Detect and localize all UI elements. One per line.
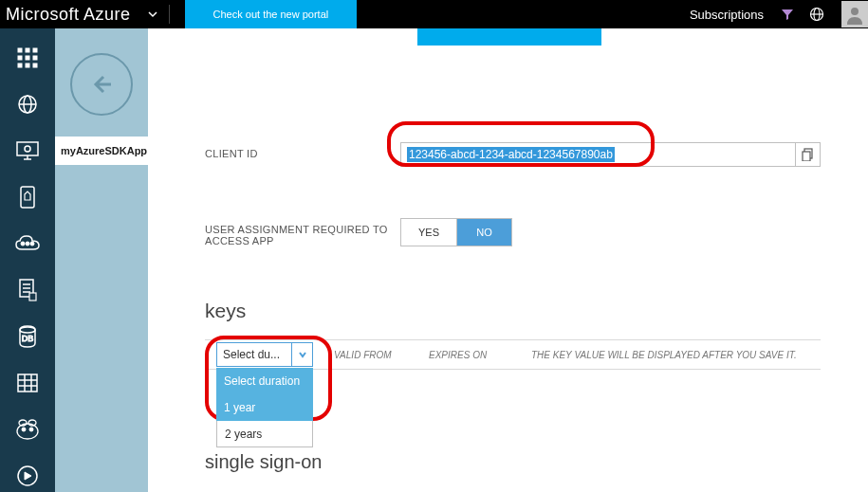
svg-rect-9 [33, 56, 37, 60]
user-assignment-label: USER ASSIGNMENT REQUIRED TO ACCESS APP [205, 218, 400, 246]
client-id-label: CLIENT ID [205, 142, 400, 159]
subnav-app-item[interactable]: myAzureSDKApp [55, 137, 148, 165]
svg-rect-6 [33, 48, 37, 52]
nav-mobile-icon[interactable] [9, 181, 46, 212]
duration-option-1year[interactable]: 1 year [216, 394, 313, 421]
svg-rect-10 [18, 64, 22, 67]
back-button[interactable] [70, 53, 133, 116]
duration-selected-label: Select du... [217, 348, 291, 361]
subscriptions-link[interactable]: Subscriptions [680, 8, 773, 22]
duration-option-2years[interactable]: 2 years [216, 421, 313, 447]
brand-label: Microsoft Azure [0, 5, 142, 25]
svg-rect-16 [17, 142, 38, 155]
nav-monitor-icon[interactable] [9, 135, 46, 166]
svg-point-17 [25, 146, 30, 152]
svg-rect-28 [29, 293, 36, 301]
toggle-yes[interactable]: YES [401, 219, 456, 246]
left-navigation: DB [0, 28, 55, 492]
svg-point-36 [17, 424, 38, 439]
svg-rect-8 [26, 56, 29, 60]
filter-icon[interactable] [773, 8, 802, 21]
svg-point-38 [29, 428, 33, 431]
nav-hdinsight-icon[interactable] [9, 414, 46, 446]
svg-rect-20 [21, 187, 34, 208]
nav-database-icon[interactable]: DB [9, 321, 46, 353]
svg-rect-5 [26, 48, 29, 52]
nav-media-icon[interactable] [9, 461, 46, 492]
svg-point-21 [21, 242, 25, 246]
globe-icon[interactable] [802, 7, 832, 22]
chevron-down-icon [291, 343, 312, 366]
nav-table-icon[interactable] [9, 368, 46, 399]
duration-dropdown: Select duration 1 year 2 years [216, 368, 313, 447]
svg-point-3 [851, 8, 859, 15]
svg-text:DB: DB [22, 334, 34, 343]
keys-table: Select du... VALID FROM EXPIRES ON THE K… [205, 339, 821, 370]
keys-section-title: keys [205, 300, 821, 322]
svg-rect-11 [26, 64, 29, 67]
sso-section-title: single sign-on [205, 451, 821, 473]
sub-navigation: myAzureSDKApp [55, 28, 148, 492]
main-content: CLIENT ID 123456-abcd-1234-abcd-12345678… [148, 28, 868, 492]
top-bar: Microsoft Azure Check out the new portal… [0, 0, 868, 28]
nav-globe-icon[interactable] [9, 88, 46, 119]
toggle-no[interactable]: NO [456, 219, 511, 246]
user-assignment-toggle: YES NO [400, 218, 512, 246]
svg-rect-4 [18, 48, 22, 52]
brand-chevron-down-icon[interactable] [146, 8, 159, 21]
svg-point-22 [26, 242, 29, 246]
client-id-value: 123456-abcd-1234-abcd-1234567890ab [407, 147, 615, 162]
nav-cloud-icon[interactable] [9, 228, 46, 259]
nav-grid-icon[interactable] [9, 42, 46, 73]
column-valid-from: VALID FROM [334, 350, 429, 360]
separator [169, 5, 170, 24]
column-expires-on: EXPIRES ON [429, 350, 531, 360]
user-avatar[interactable] [841, 1, 868, 27]
column-value-hint: THE KEY VALUE WILL BE DISPLAYED AFTER YO… [531, 350, 821, 360]
copy-client-id-button[interactable] [796, 142, 821, 167]
nav-document-icon[interactable] [9, 274, 46, 305]
svg-rect-7 [18, 56, 22, 60]
client-id-field[interactable]: 123456-abcd-1234-abcd-1234567890ab [400, 142, 796, 167]
new-portal-button[interactable]: Check out the new portal [185, 0, 358, 28]
duration-select[interactable]: Select du... [216, 342, 313, 367]
svg-point-37 [22, 428, 26, 431]
svg-rect-43 [803, 152, 810, 161]
svg-rect-12 [33, 64, 37, 67]
svg-rect-31 [18, 374, 37, 392]
svg-point-29 [20, 327, 35, 333]
duration-option-placeholder[interactable]: Select duration [216, 368, 313, 394]
svg-point-23 [30, 242, 34, 246]
